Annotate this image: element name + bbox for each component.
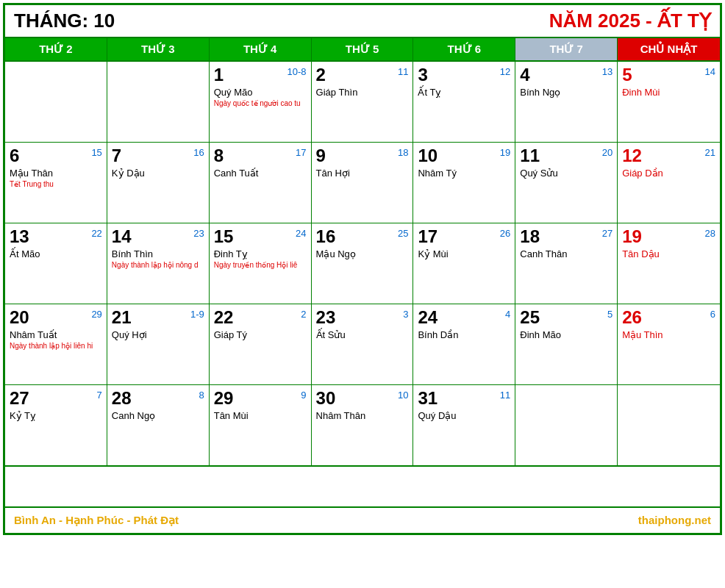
lunar-number: 26 bbox=[500, 228, 510, 239]
lunar-number: 13 bbox=[602, 66, 612, 77]
dow-cell-thứ-2: THỨ 2 bbox=[5, 38, 107, 60]
day-cell: 277Kỷ Tỵ bbox=[5, 385, 107, 466]
day-cell: 255Đinh Mão bbox=[515, 304, 618, 385]
lunar-name: Quý Dậu bbox=[418, 410, 510, 421]
lunar-name: Kỷ Tỵ bbox=[10, 410, 102, 421]
day-cell: 514Đinh Mùi bbox=[618, 62, 720, 143]
year-title: NĂM 2025 - ẤT TỴ bbox=[549, 10, 711, 32]
lunar-name: Mậu Thìn bbox=[622, 329, 715, 340]
day-cell: 615Mậu ThânTết Trung thu bbox=[5, 143, 107, 223]
day-number: 16 bbox=[316, 226, 336, 247]
day-cell: 288Canh Ngọ bbox=[107, 385, 210, 466]
lunar-name: Nhâm Tuất bbox=[10, 329, 102, 340]
day-number: 22 bbox=[214, 307, 234, 328]
day-number: 23 bbox=[316, 307, 336, 328]
day-number: 20 bbox=[10, 307, 29, 328]
calendar-grid: 110-8Quý MãoNgày quốc tế người cao tu211… bbox=[5, 60, 720, 466]
day-note: Ngày thành lập hội liên hi bbox=[10, 342, 102, 350]
day-cell: 2029Nhâm TuấtNgày thành lập hội liên hi bbox=[5, 304, 107, 385]
lunar-name: Tân Dậu bbox=[622, 248, 715, 259]
lunar-name: Kỷ Dậu bbox=[112, 168, 204, 179]
lunar-name: Bính Thìn bbox=[112, 248, 204, 259]
day-number: 28 bbox=[112, 388, 132, 409]
day-cell: 110-8Quý MãoNgày quốc tế người cao tu bbox=[210, 62, 312, 143]
day-number: 25 bbox=[520, 307, 540, 328]
day-number: 30 bbox=[316, 388, 336, 409]
lunar-name: Canh Tuất bbox=[214, 168, 307, 179]
lunar-number: 28 bbox=[705, 228, 715, 239]
lunar-number: 7 bbox=[97, 390, 102, 401]
lunar-name: Quý Sửu bbox=[520, 168, 612, 179]
lunar-name: Bính Ngọ bbox=[520, 87, 612, 98]
day-cell: 211Giáp Thìn bbox=[312, 62, 414, 143]
day-cell: 1019Nhâm Tý bbox=[413, 143, 515, 223]
lunar-name: Nhâm Tý bbox=[418, 168, 510, 179]
lunar-number: 9 bbox=[301, 390, 306, 401]
day-cell: 1928Tân Dậu bbox=[618, 223, 720, 304]
day-cell: 266Mậu Thìn bbox=[618, 304, 720, 385]
lunar-number: 18 bbox=[398, 147, 408, 158]
lunar-number: 6 bbox=[710, 309, 715, 320]
lunar-name: Canh Thân bbox=[520, 248, 612, 259]
lunar-name: Quý Mão bbox=[214, 87, 307, 98]
lunar-name: Đinh Tỵ bbox=[214, 248, 307, 259]
day-cell: 1120Quý Sửu bbox=[515, 143, 618, 223]
day-number: 10 bbox=[418, 146, 438, 166]
day-cell bbox=[618, 385, 720, 466]
lunar-number: 2 bbox=[301, 309, 306, 320]
lunar-number: 11 bbox=[500, 390, 510, 401]
lunar-number: 24 bbox=[296, 228, 306, 239]
lunar-number: 15 bbox=[91, 147, 101, 158]
day-number: 27 bbox=[10, 388, 29, 409]
lunar-number: 5 bbox=[607, 309, 612, 320]
day-number: 31 bbox=[418, 388, 438, 409]
lunar-number: 12 bbox=[500, 66, 510, 77]
dow-cell-thứ-4: THỨ 4 bbox=[210, 38, 312, 60]
day-cell: 312Ất Tỵ bbox=[413, 62, 515, 143]
lunar-name: Ất Mão bbox=[10, 248, 102, 259]
day-number: 15 bbox=[214, 226, 234, 247]
lunar-number: 4 bbox=[505, 309, 510, 320]
day-number: 2 bbox=[316, 65, 326, 85]
day-cell: 3111Quý Dậu bbox=[413, 385, 515, 466]
footer-right: thaiphong.net bbox=[638, 514, 711, 527]
lunar-number: 10 bbox=[398, 390, 408, 401]
day-cell: 3010Nhâm Thân bbox=[312, 385, 414, 466]
day-cell: 918Tân Hợi bbox=[312, 143, 414, 223]
lunar-name: Ất Tỵ bbox=[418, 87, 510, 98]
day-note: Ngày truyền thống Hội liê bbox=[214, 261, 307, 269]
day-number: 5 bbox=[622, 65, 632, 85]
day-cell: 211-9Quý Hợi bbox=[107, 304, 210, 385]
lunar-number: 29 bbox=[91, 309, 101, 320]
day-cell: 1625Mậu Ngọ bbox=[312, 223, 414, 304]
dow-cell-thứ-7: THỨ 7 bbox=[515, 38, 618, 60]
day-cell: 817Canh Tuất bbox=[210, 143, 312, 223]
day-cell bbox=[515, 385, 618, 466]
lunar-number: 3 bbox=[403, 309, 408, 320]
lunar-name: Mậu Thân bbox=[10, 168, 102, 179]
lunar-name: Bính Dần bbox=[418, 329, 510, 340]
day-number: 3 bbox=[418, 65, 427, 85]
day-note: Tết Trung thu bbox=[10, 180, 102, 188]
day-number: 8 bbox=[214, 146, 224, 166]
lunar-name: Kỷ Mùi bbox=[418, 248, 510, 259]
day-number: 7 bbox=[112, 146, 121, 166]
empty-bottom-row bbox=[5, 466, 720, 506]
day-number: 14 bbox=[112, 226, 132, 247]
day-cell: 244Bính Dần bbox=[413, 304, 515, 385]
day-cell: 1221Giáp Dần bbox=[618, 143, 720, 223]
lunar-name: Quý Hợi bbox=[112, 329, 204, 340]
day-number: 24 bbox=[418, 307, 438, 328]
day-cell: 716Kỷ Dậu bbox=[107, 143, 210, 223]
day-number: 26 bbox=[622, 307, 642, 328]
lunar-name: Ất Sửu bbox=[316, 329, 409, 340]
lunar-number: 21 bbox=[705, 147, 715, 158]
lunar-name: Đinh Mão bbox=[520, 329, 612, 340]
calendar-header: THÁNG: 10 NĂM 2025 - ẤT TỴ bbox=[5, 5, 720, 37]
day-cell: 299Tân Mùi bbox=[210, 385, 312, 466]
lunar-number: 22 bbox=[91, 228, 101, 239]
lunar-number: 16 bbox=[193, 147, 204, 158]
lunar-number: 1-9 bbox=[190, 309, 204, 320]
day-number: 29 bbox=[214, 388, 234, 409]
lunar-number: 10-8 bbox=[288, 66, 307, 77]
